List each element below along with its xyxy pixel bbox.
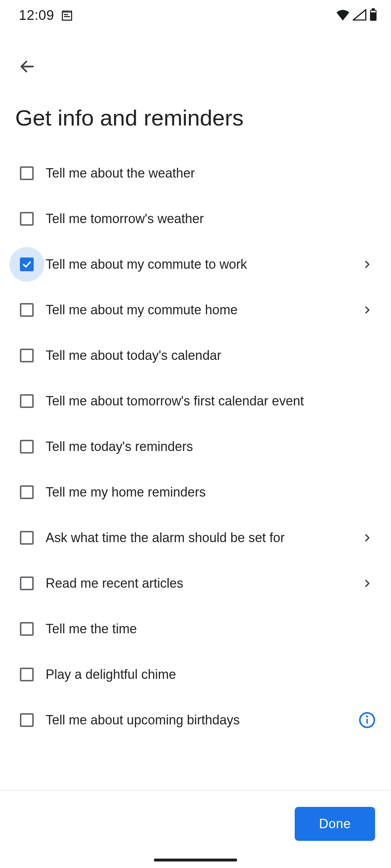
chevron-right-icon[interactable] [356,305,378,315]
checkbox[interactable] [20,440,34,454]
checkbox[interactable] [20,303,34,317]
option-row[interactable]: Tell me about my commute to work [0,242,391,287]
checkbox[interactable] [20,485,34,499]
arrow-back-icon [18,58,36,76]
info-icon[interactable] [356,711,378,729]
option-row[interactable]: Tell me about the weather [0,150,391,196]
status-clock: 12:09 [19,8,54,23]
app-bar [0,49,391,85]
checkbox-wrap[interactable] [9,520,44,555]
checkbox-wrap[interactable] [9,293,44,327]
checkbox-wrap[interactable] [9,384,44,418]
option-row[interactable]: Tell me about upcoming birthdays [0,697,391,743]
svg-rect-0 [62,12,72,20]
checkbox-wrap[interactable] [9,247,44,282]
battery-icon [369,8,377,23]
checkbox-wrap[interactable] [9,657,44,692]
option-label: Tell me about upcoming birthdays [44,712,356,728]
options-list: Tell me about the weather Tell me tomorr… [0,150,391,743]
option-row[interactable]: Tell me about my commute home [0,287,391,333]
option-label: Tell me the time [44,621,356,637]
option-label: Tell me today's reminders [44,439,356,454]
checkbox[interactable] [20,349,34,362]
svg-rect-7 [366,719,368,724]
checkbox[interactable] [20,212,34,226]
option-label: Tell me my home reminders [44,485,356,500]
checkbox[interactable] [20,713,34,727]
chevron-right-icon[interactable] [356,533,378,543]
option-label: Ask what time the alarm should be set fo… [44,530,356,545]
checkbox-wrap[interactable] [9,475,44,510]
checkbox[interactable] [20,258,34,271]
back-button[interactable] [14,54,40,80]
checkbox[interactable] [20,668,34,681]
checkbox[interactable] [20,622,34,636]
page-title: Get info and reminders [15,105,244,131]
option-label: Play a delightful chime [44,667,356,682]
svg-rect-5 [371,10,376,12]
checkbox[interactable] [20,576,34,590]
option-label: Tell me tomorrow's weather [44,211,356,226]
option-label: Tell me about today's calendar [44,348,356,363]
checkbox[interactable] [20,394,34,408]
footer-bar: Done [0,790,391,868]
nav-handle [154,859,237,861]
checkbox-wrap[interactable] [9,703,44,737]
option-label: Tell me about the weather [44,166,356,181]
option-label: Tell me about my commute home [44,302,356,318]
option-label: Tell me about my commute to work [44,257,356,272]
checkbox-wrap[interactable] [9,429,44,464]
option-row[interactable]: Ask what time the alarm should be set fo… [0,515,391,561]
wifi-icon [336,9,350,22]
option-label: Tell me about tomorrow's first calendar … [44,393,356,409]
checkbox-wrap[interactable] [9,566,44,601]
checkbox-wrap[interactable] [9,612,44,646]
chevron-right-icon[interactable] [356,578,378,588]
option-row[interactable]: Tell me tomorrow's weather [0,196,391,242]
option-row[interactable]: Read me recent articles [0,561,391,606]
option-row[interactable]: Play a delightful chime [0,652,391,697]
checkbox-wrap[interactable] [9,156,44,191]
done-button[interactable]: Done [295,807,375,841]
option-row[interactable]: Tell me about today's calendar [0,333,391,378]
option-row[interactable]: Tell me the time [0,606,391,652]
chevron-right-icon[interactable] [356,259,378,269]
checkbox[interactable] [20,166,34,180]
option-row[interactable]: Tell me today's reminders [0,424,391,469]
svg-point-8 [366,715,368,718]
checkbox[interactable] [20,531,34,545]
option-label: Read me recent articles [44,576,356,591]
option-row[interactable]: Tell me my home reminders [0,469,391,515]
signal-icon [353,9,366,22]
status-bar: 12:09 [0,0,391,31]
calendar-status-icon [61,9,73,22]
svg-rect-4 [372,8,375,10]
checkbox-wrap[interactable] [9,201,44,236]
checkbox-wrap[interactable] [9,338,44,373]
option-row[interactable]: Tell me about tomorrow's first calendar … [0,378,391,424]
